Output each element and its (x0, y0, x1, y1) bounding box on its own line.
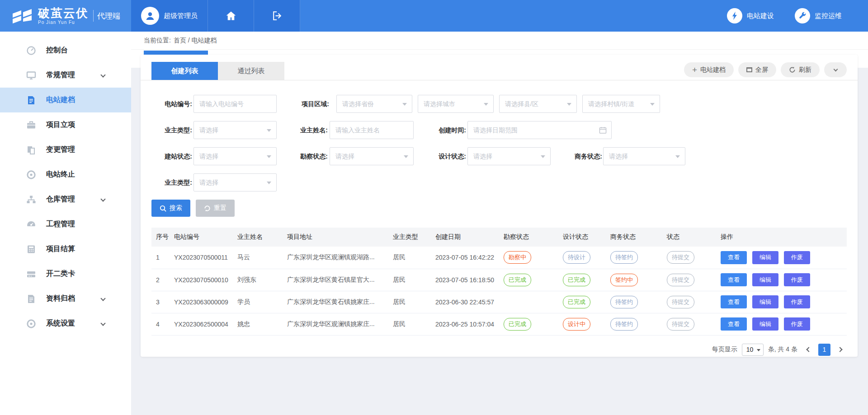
collapse-button[interactable] (824, 62, 847, 77)
col-header: 操作 (716, 228, 847, 247)
business-status-select[interactable]: 请选择 (603, 147, 685, 165)
view-button[interactable]: 查看 (721, 295, 747, 308)
col-header: 业主姓名 (233, 228, 283, 247)
status-badge: 已完成 (504, 318, 531, 331)
status-badge: 待提交 (667, 318, 694, 331)
fullscreen-icon (746, 67, 752, 72)
build-status-select[interactable]: 请选择 (193, 147, 277, 165)
survey-status-select[interactable]: 请选择 (330, 147, 414, 165)
user-menu[interactable]: 超级管理员 (131, 0, 208, 32)
status-badge: 已完成 (563, 274, 590, 286)
caret-icon (484, 103, 488, 106)
sidebar-item-data-archive[interactable]: 资料归档 (0, 286, 131, 311)
breadcrumb-label: 当前位置: (144, 37, 171, 45)
home-button[interactable] (208, 0, 254, 32)
search-button[interactable]: 搜索 (151, 200, 190, 217)
top-bar: 破茧云伏 Po Jian Yun Fu 代理端 超级管理员 (0, 0, 868, 32)
design-status-select[interactable]: 请选择 (467, 147, 551, 165)
refresh-button[interactable]: 刷新 (781, 62, 820, 77)
document-icon (26, 95, 36, 105)
date-range-picker[interactable]: 请选择日期范围 (467, 121, 612, 139)
edit-button[interactable]: 编辑 (752, 317, 778, 331)
table-row: 3 YX2023063000009 学员 广东深圳龙华区黄石镇姚家庄... 居民… (151, 291, 847, 313)
dashboard-icon (26, 46, 36, 56)
owner-name-input[interactable] (330, 121, 414, 139)
view-button[interactable]: 查看 (721, 251, 747, 264)
topbar-spacer (300, 0, 727, 32)
fullscreen-button[interactable]: 全屏 (738, 62, 776, 77)
sidebar-item-dashboard[interactable]: 控制台 (0, 38, 131, 63)
per-page-select[interactable]: 10 (742, 344, 764, 356)
next-page-button[interactable] (835, 344, 847, 355)
province-select[interactable]: 请选择省份 (336, 95, 412, 113)
chevron-down-icon (100, 72, 105, 77)
sidebar-item-general-mgmt[interactable]: 常规管理 (0, 63, 131, 88)
status-badge: 待签约 (610, 251, 638, 264)
filter-form: 电站编号: 项目区域: 请选择省份 请选择城市 请选择县/区 请选择村镇/街道 … (151, 95, 847, 191)
sidebar-item-system-settings[interactable]: 系统设置 (0, 311, 131, 336)
view-button[interactable]: 查看 (721, 317, 747, 331)
col-header: 电站编号 (170, 228, 233, 247)
chevron-left-icon (806, 347, 811, 352)
caret-icon (675, 155, 680, 158)
town-select[interactable]: 请选择村镇/街道 (582, 95, 660, 113)
caret-icon (541, 155, 545, 158)
owner-type2-select[interactable]: 请选择 (193, 173, 277, 191)
breadcrumb-path[interactable]: 首页 / 电站建档 (174, 37, 217, 45)
col-header: 序号 (151, 228, 170, 247)
prev-page-button[interactable] (802, 344, 814, 355)
filter-label: 业主姓名: (287, 121, 328, 139)
status-badge: 勘察中 (504, 251, 531, 264)
sidebar-item-station-termination[interactable]: 电站终止 (0, 162, 131, 187)
sidebar-item-type2-card[interactable]: 开二类卡 (0, 261, 131, 286)
shortcut-monitor-ops[interactable]: 监控运维 (795, 8, 842, 23)
wrench-icon (795, 8, 810, 23)
view-button[interactable]: 查看 (721, 273, 747, 286)
void-button[interactable]: 作废 (784, 295, 810, 308)
edit-button[interactable]: 编辑 (752, 251, 778, 264)
plus-icon: + (692, 65, 697, 74)
caret-icon (267, 182, 271, 184)
search-icon (160, 205, 166, 212)
filter-label: 项目区域: (287, 95, 329, 113)
copy-icon (26, 145, 36, 155)
edit-button[interactable]: 编辑 (752, 295, 778, 308)
sidebar-item-change-mgmt[interactable]: 变更管理 (0, 137, 131, 162)
sidebar-item-engineering-mgmt[interactable]: 工程管理 (0, 212, 131, 237)
sidebar-item-warehouse-mgmt[interactable]: 仓库管理 (0, 187, 131, 212)
shortcut-station-build[interactable]: 电站建设 (727, 8, 774, 23)
station-code-input[interactable] (193, 95, 277, 113)
reset-button[interactable]: 重置 (196, 200, 235, 217)
home-icon (225, 10, 237, 22)
owner-type-select[interactable]: 请选择 (193, 121, 277, 139)
create-station-button[interactable]: + 电站建档 (684, 62, 734, 77)
void-button[interactable]: 作废 (784, 273, 810, 286)
refresh-icon (789, 66, 796, 73)
sidebar-item-project-settlement[interactable]: 项目结算 (0, 237, 131, 261)
chevron-down-icon (833, 67, 838, 71)
filter-label: 建站状态: (151, 147, 192, 165)
sidebar: 控制台 常规管理 电站建档 项目立项 变更管理 (0, 32, 131, 415)
status-badge: 设计中 (563, 318, 590, 331)
county-select[interactable]: 请选择县/区 (499, 95, 577, 113)
void-button[interactable]: 作废 (784, 317, 810, 331)
settings-icon (26, 319, 36, 329)
status-badge: 待设计 (563, 251, 590, 264)
col-header: 创建日期 (431, 228, 499, 247)
void-button[interactable]: 作废 (784, 251, 810, 264)
filter-label: 创建时间: (425, 121, 466, 139)
logout-button[interactable] (254, 0, 300, 32)
calculator-icon (26, 244, 36, 254)
sidebar-item-project-initiation[interactable]: 项目立项 (0, 112, 131, 137)
tab-passed-list[interactable]: 通过列表 (218, 62, 284, 80)
edit-button[interactable]: 编辑 (752, 273, 778, 286)
chevron-down-icon (100, 296, 105, 301)
sidebar-item-station-archive[interactable]: 电站建档 (0, 88, 131, 112)
brand-subtitle: Po Jian Yun Fu (38, 20, 89, 25)
caret-icon (267, 129, 271, 132)
city-select[interactable]: 请选择城市 (418, 95, 494, 113)
tab-create-list[interactable]: 创建列表 (151, 62, 218, 80)
list-tabs: 创建列表 通过列表 + 电站建档 全屏 刷新 (141, 62, 858, 80)
page-number-current[interactable]: 1 (818, 344, 830, 356)
chevron-right-icon (837, 347, 842, 352)
